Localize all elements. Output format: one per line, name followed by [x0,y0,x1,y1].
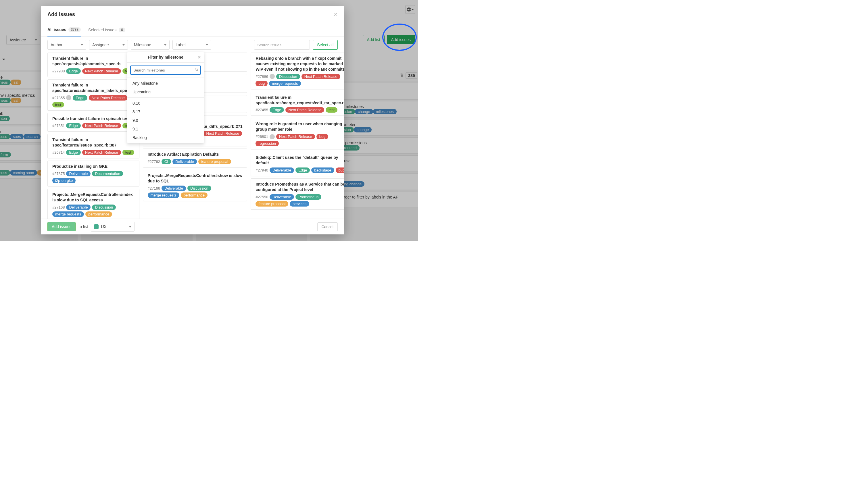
issue-label[interactable]: Edge [73,95,87,100]
issue-title: Transient failure in spec/requests/api/c… [52,56,135,67]
issue-card[interactable]: Transient failure in spec/features/admin… [47,79,139,110]
issue-label[interactable]: Next Patch Release [301,74,340,79]
issue-label[interactable]: Next Patch Release [285,107,324,113]
issue-title: Projects::MergeRequestsController#show i… [148,173,243,184]
issue-label[interactable]: Deliverable [172,159,197,164]
issue-card[interactable]: Projects::MergeRequestsController#show i… [143,170,247,201]
issue-label[interactable]: CI [161,159,171,164]
issue-ref: #27455 [255,108,268,112]
tab-all-issues[interactable]: All issues 3788 [47,27,81,36]
issue-label[interactable]: Discussion [92,204,116,210]
issue-label[interactable]: bug [316,134,329,139]
issue-label[interactable]: Edge [66,150,81,155]
issue-label[interactable]: merge requests [52,211,84,217]
tab-selected-issues[interactable]: Selected issues 0 [88,27,125,36]
search-issues-input[interactable] [254,40,310,50]
issue-card[interactable]: Projects::MergeRequestsController#index … [47,189,139,218]
issue-label[interactable]: Deliverable [66,171,91,177]
list-color-swatch [94,224,98,229]
issue-label[interactable]: Edge [66,68,81,74]
issue-label[interactable]: Edge [295,168,310,173]
issue-label[interactable]: Documentation [92,171,123,177]
issue-ref: #27351 [52,124,65,128]
issue-label[interactable]: i2p-on-gke [52,178,76,183]
issue-ref: #27940 [255,168,268,172]
milestone-dropdown[interactable]: Milestone [131,40,170,50]
issue-label[interactable]: Edge [269,107,284,113]
issue-label[interactable]: merge requests [269,81,301,86]
issue-label[interactable]: performance [181,192,208,198]
issue-card[interactable]: Sidekiq::Client uses the "default" queue… [251,152,344,176]
issue-title: Possible transient failure in spinach te… [52,116,135,121]
issue-label[interactable]: services [290,201,309,206]
avatar [66,95,71,100]
target-list-dropdown[interactable]: UX [91,222,135,232]
issue-label[interactable]: backstage [311,168,334,173]
issue-card[interactable]: Wrong role is granted to user when chang… [251,118,344,149]
author-dropdown[interactable]: Author [47,40,86,50]
milestone-option[interactable]: 8.16 [127,99,204,107]
issue-card[interactable]: Transient failure in spec/features/issue… [47,134,139,158]
issue-card[interactable]: Transient failure in spec/features/merge… [251,92,344,116]
issue-label[interactable]: Next Patch Release [89,95,128,100]
tab-all-badge: 3788 [68,27,81,32]
issue-card[interactable]: Possible transient failure in spinach te… [47,113,139,132]
issue-label[interactable]: test [326,107,337,113]
tab-selected-badge: 0 [119,28,125,32]
issue-label[interactable]: feature proposal [255,201,288,206]
issue-label[interactable]: bug [255,81,267,86]
avatar [269,74,275,79]
cancel-button[interactable]: Cancel [317,222,338,231]
add-issues-submit-button[interactable]: Add issues [47,222,76,231]
milestone-popover: Filter by milestone × Any MilestoneUpcom… [127,52,204,143]
milestone-option[interactable]: 9.0 [127,116,204,125]
issue-title: Transient failure in spec/features/merge… [255,95,344,106]
issue-ref: #26714 [52,150,65,154]
issue-label[interactable]: Deliverable [66,204,91,210]
issue-label[interactable]: Next Patch Release [203,131,242,136]
assignee-dropdown[interactable]: Assignee [89,40,128,50]
issue-card[interactable]: Transient failure in spec/requests/api/c… [47,53,139,77]
issue-label[interactable]: Next Patch Release [82,150,121,155]
issue-label[interactable]: Prometheus [295,194,321,200]
issue-label[interactable]: merge requests [148,192,179,198]
issue-label[interactable]: Next Patch Release [82,68,121,74]
milestone-option[interactable]: Any Milestone [127,79,204,88]
issue-label[interactable]: Deliverable [161,185,186,191]
issue-ref: #27886 [255,74,268,79]
popover-close-icon[interactable]: × [198,54,201,60]
issue-ref: #27168 [52,205,65,210]
milestone-option[interactable]: 9.1 [127,125,204,133]
modal-close-icon[interactable]: × [334,11,338,18]
issue-label[interactable]: Edge [66,123,81,128]
milestone-search-input[interactable] [130,65,201,75]
issue-title: Sidekiq::Client uses the "default" queue… [255,155,344,166]
milestone-option[interactable]: Upcoming [127,88,204,96]
issue-label[interactable]: Discussion [187,185,211,191]
issue-card[interactable]: Introduce Artifact Expiration Defaults #… [143,149,247,168]
issue-label[interactable]: Next Patch Release [82,123,121,128]
issue-title: Transient failure in spec/features/admin… [52,83,135,93]
issue-label[interactable]: bug [336,168,344,173]
issue-card[interactable]: Productize installing on GKE #27875Deliv… [47,161,139,186]
label-dropdown[interactable]: Label [172,40,211,50]
issue-ref: #27550 [255,195,268,199]
milestone-option[interactable]: Backlog [127,133,204,142]
milestone-option[interactable]: 8.17 [127,107,204,116]
issue-label[interactable]: Next Patch Release [276,134,315,139]
issue-label[interactable]: regression [255,141,279,146]
issue-label[interactable]: Deliverable [269,168,294,173]
to-list-label: to list [78,224,88,229]
issue-label[interactable]: test [52,102,64,107]
issue-label[interactable]: feature proposal [198,159,231,164]
issue-title: Introduce Prometheus as a Service that c… [255,182,344,192]
issue-label[interactable]: performance [85,211,112,217]
issue-label[interactable]: Discussion [276,74,300,79]
tab-selected-label: Selected issues [88,28,116,32]
issue-ref: #27855 [52,96,65,100]
select-all-button[interactable]: Select all [313,40,338,50]
issue-card[interactable]: Rebasing onto a branch with a fixup! com… [251,53,344,89]
issue-label[interactable]: Deliverable [269,194,294,200]
issue-label[interactable]: test [123,150,134,155]
issue-card[interactable]: Introduce Prometheus as a Service that c… [251,178,344,210]
